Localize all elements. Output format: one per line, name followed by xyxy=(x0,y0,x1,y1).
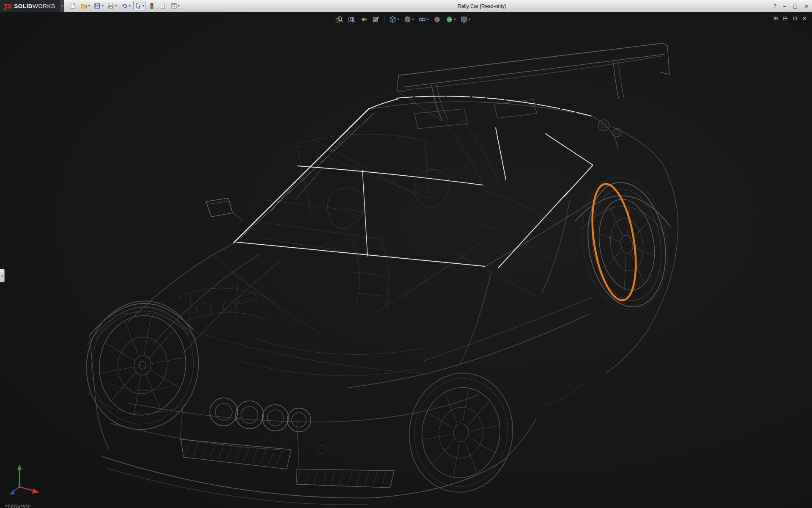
window-title: Rally Car [Read-only] xyxy=(458,0,506,12)
chevron-down-icon: ▾ xyxy=(88,4,90,8)
selected-edge-highlight[interactable] xyxy=(585,181,643,303)
minimize-icon[interactable]: – xyxy=(783,3,786,9)
solidworks-logo: ƷS SOLID WORKS xyxy=(0,0,60,12)
select-tool-button[interactable]: ▾ xyxy=(133,1,146,11)
chevron-down-icon: ▾ xyxy=(178,4,180,8)
select-cursor-icon xyxy=(135,3,142,9)
view-orientation-icon xyxy=(389,16,396,23)
open-button[interactable]: ▾ xyxy=(79,1,91,11)
glass-highlight-edges xyxy=(234,96,593,268)
edit-appearance-button[interactable] xyxy=(432,14,443,25)
rebuild-traffic-light-icon xyxy=(148,3,155,9)
zoom-to-area-icon xyxy=(348,16,355,23)
wireframe-car-scene xyxy=(0,12,812,508)
view-settings-icon xyxy=(461,16,468,23)
file-properties-button[interactable] xyxy=(158,1,168,11)
rear-right-wheel xyxy=(573,171,677,316)
zoom-to-area-button[interactable] xyxy=(346,14,357,25)
front-grille xyxy=(181,439,394,488)
standard-toolbar: ▾ ▾ ▾ ▾ xyxy=(68,1,181,11)
file-properties-icon xyxy=(159,3,166,9)
chevron-down-icon: ▾ xyxy=(454,18,456,21)
new-document-button[interactable] xyxy=(68,1,78,11)
view-orientation-label: *Dimetric xyxy=(5,503,31,508)
undo-icon xyxy=(121,3,128,9)
display-style-button[interactable]: ▾ xyxy=(402,14,415,25)
design-table-icon xyxy=(170,3,177,9)
help-icon[interactable]: ? xyxy=(774,3,776,9)
rebuild-button[interactable] xyxy=(147,1,157,11)
chevron-down-icon: ▾ xyxy=(143,4,144,8)
collapse-left-icon: ◄ xyxy=(1,274,4,277)
chevron-down-icon: ▾ xyxy=(102,4,103,8)
new-document-icon xyxy=(69,3,76,9)
save-icon xyxy=(94,3,101,9)
window-controls: ? – ▢ ✕ xyxy=(774,0,809,12)
hide-show-items-button[interactable]: ▾ xyxy=(417,14,430,25)
chassis-wireframe xyxy=(87,119,584,454)
open-folder-icon xyxy=(80,3,87,9)
menu-expand-chevron[interactable]: ▸ xyxy=(60,0,64,12)
document-window-controls: ⊞ ⊟ ⊡ ✕ xyxy=(773,15,807,22)
apply-scene-button[interactable]: ▾ xyxy=(444,14,458,25)
dassault-mark: ƷS xyxy=(3,3,12,10)
maximize-icon[interactable]: ▢ xyxy=(793,3,798,9)
rear-wing xyxy=(397,43,669,121)
headlight-pods xyxy=(210,398,311,432)
wireframe-car xyxy=(90,99,678,505)
design-table-button[interactable]: ▾ xyxy=(169,1,181,11)
close-icon[interactable]: ✕ xyxy=(804,3,809,9)
apply-scene-icon xyxy=(446,16,453,23)
orientation-triad xyxy=(9,464,39,494)
toolbar-separator xyxy=(384,16,384,23)
edit-appearance-icon xyxy=(433,16,441,23)
close-document-icon[interactable]: ✕ xyxy=(802,15,807,22)
view-settings-button[interactable]: ▾ xyxy=(459,14,472,25)
chevron-down-icon: ▾ xyxy=(412,18,414,21)
feature-panel-splitter-handle[interactable]: ◄ xyxy=(0,269,5,282)
front-right-wheel xyxy=(402,366,521,499)
brand-name-bold: SOLID xyxy=(14,3,33,9)
undo-button[interactable]: ▾ xyxy=(120,1,132,11)
view-orientation-button[interactable]: ▾ xyxy=(387,14,401,25)
previous-view-button[interactable] xyxy=(358,14,369,25)
tile-windows-icon[interactable]: ⊞ xyxy=(773,15,778,22)
zoom-to-fit-button[interactable] xyxy=(334,14,345,25)
chevron-down-icon: ▾ xyxy=(115,4,117,8)
chevron-down-icon: ▾ xyxy=(469,18,471,21)
print-icon xyxy=(107,3,114,9)
chevron-down-icon: ▾ xyxy=(397,18,399,21)
chevron-down-icon: ▾ xyxy=(129,4,131,8)
restore-document-icon[interactable]: ⊡ xyxy=(793,15,797,22)
title-bar: ƷS SOLID WORKS ▸ ▾ ▾ xyxy=(0,0,812,12)
section-view-icon xyxy=(372,16,380,23)
graphics-viewport[interactable]: ▾ ▾ ▾ xyxy=(0,12,812,508)
chevron-down-icon: ▾ xyxy=(427,18,428,21)
section-view-button[interactable] xyxy=(370,14,381,25)
print-button[interactable]: ▾ xyxy=(106,1,118,11)
brand-name-light: WORKS xyxy=(33,3,55,9)
cascade-windows-icon[interactable]: ⊟ xyxy=(783,15,787,22)
previous-view-icon xyxy=(360,16,368,23)
heads-up-view-toolbar: ▾ ▾ ▾ xyxy=(334,14,472,25)
hide-show-items-icon xyxy=(418,16,426,23)
display-style-icon xyxy=(403,16,411,23)
save-button[interactable]: ▾ xyxy=(92,1,105,11)
zoom-to-fit-icon xyxy=(335,16,343,23)
